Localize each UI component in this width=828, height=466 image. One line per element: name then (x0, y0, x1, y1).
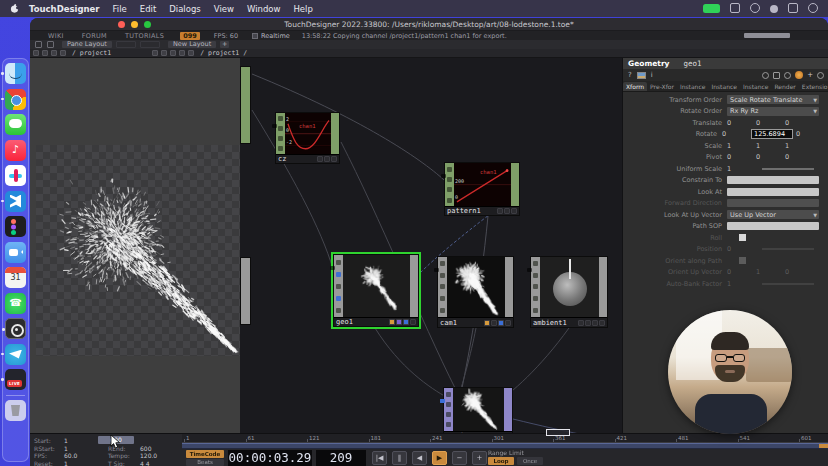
menu-app-name[interactable]: TouchDesigner (29, 4, 100, 14)
node-name[interactable]: cam1 (440, 319, 484, 327)
zoom-dock-icon[interactable] (5, 242, 26, 263)
timeline-field-value[interactable]: 60.0 (64, 452, 77, 459)
param-text-field[interactable] (727, 222, 819, 230)
node-render1[interactable]: render1 (443, 387, 513, 433)
param-toggle[interactable] (739, 234, 746, 241)
gear-icon[interactable] (817, 72, 824, 79)
clock-icon[interactable] (808, 3, 818, 13)
pane-bookmark-icon[interactable] (179, 50, 185, 56)
node-flag-dots[interactable] (317, 156, 337, 162)
param-value-field[interactable]: 125.6894 (751, 129, 793, 139)
parameter-header[interactable]: Geometry geo1 (623, 58, 828, 69)
node-flags[interactable] (276, 113, 285, 154)
node-flags[interactable] (438, 257, 447, 317)
param-value-field[interactable]: 0 (785, 268, 811, 276)
whatsapp-dock-icon[interactable]: ☎ (5, 293, 26, 314)
chrome-dock-icon[interactable] (5, 89, 26, 110)
param-dropdown[interactable]: Use Up Vector▼ (727, 210, 819, 219)
param-value-field[interactable]: 0 (785, 153, 811, 161)
node-output-strip[interactable] (331, 113, 339, 154)
messages-dock-icon[interactable] (5, 114, 26, 135)
param-tab-extensio[interactable]: Extensio (799, 82, 828, 91)
param-tab-render[interactable]: Render (771, 82, 798, 91)
param-value-field[interactable]: 1 (756, 142, 782, 150)
timeline-field-value[interactable]: 1 (64, 437, 68, 444)
param-slider[interactable] (762, 283, 814, 285)
param-tab-pre-xfor[interactable]: Pre-Xfor (647, 82, 677, 91)
play-reverse-button[interactable]: ◀ (412, 451, 427, 465)
link-forum[interactable]: FORUM (82, 32, 107, 40)
apple-menu-icon[interactable] (10, 4, 19, 13)
node-fragment[interactable] (240, 257, 251, 325)
param-value-field[interactable]: 0 (727, 119, 753, 127)
history-icon[interactable] (784, 72, 791, 79)
node-flags[interactable] (334, 255, 343, 317)
once-button[interactable]: Once (517, 457, 543, 465)
node-flags[interactable] (444, 388, 453, 431)
node-cam1[interactable]: cam1 (437, 256, 514, 328)
param-dropdown[interactable]: Scale Rotate Translate▼ (727, 95, 819, 104)
node-flags[interactable] (531, 257, 540, 317)
timeline-field-value[interactable]: 1 (64, 445, 68, 452)
menu-item-help[interactable]: Help (293, 4, 312, 14)
node-render1-viewer[interactable] (453, 388, 504, 431)
telegram-dock-icon[interactable] (5, 344, 26, 365)
param-value-field[interactable]: 1 (756, 268, 782, 276)
param-tab-instance[interactable]: Instance (708, 82, 740, 91)
grid-layout-icon[interactable] (35, 41, 42, 48)
realtime-toggle[interactable]: Realtime (252, 32, 290, 40)
jump-to-start-button[interactable]: |◀ (372, 451, 387, 465)
param-tab-instance[interactable]: Instance (740, 82, 772, 91)
node-geo1[interactable]: geo1 (333, 254, 419, 327)
node-flag-dots[interactable] (484, 320, 511, 326)
node-geo1-viewer[interactable] (343, 255, 410, 317)
param-value-field[interactable]: 1 (727, 165, 753, 173)
menu-item-window[interactable]: Window (247, 4, 281, 14)
node-output-strip[interactable] (505, 257, 513, 317)
param-text-field[interactable] (727, 176, 819, 184)
node-cam1-viewer[interactable] (447, 257, 505, 317)
param-tab-instance[interactable]: Instance (677, 82, 709, 91)
pane-home-icon[interactable] (60, 50, 66, 56)
loop-button[interactable]: Loop (488, 457, 514, 465)
keyboard-icon[interactable] (730, 3, 740, 13)
param-value-field[interactable]: 0 (785, 119, 811, 127)
link-wiki[interactable]: WIKI (48, 32, 64, 40)
param-value-field[interactable]: 0 (722, 130, 748, 138)
param-value-field[interactable]: 0 (796, 130, 822, 138)
add-icon[interactable]: + (807, 71, 813, 79)
slack-dock-icon[interactable] (5, 165, 26, 186)
save-layout-icon[interactable] (47, 41, 54, 48)
pane-menu-icon[interactable] (33, 50, 39, 56)
vscode-dock-icon[interactable] (5, 191, 26, 212)
record-icon[interactable] (770, 5, 778, 13)
window-title-bar[interactable]: TouchDesigner 2022.33800: /Users/rikloma… (30, 18, 828, 31)
node-cz[interactable]: 2 0 -2 chan1 cz (275, 112, 340, 164)
node-cz-viewer[interactable]: 2 0 -2 chan1 (285, 113, 331, 154)
param-value-field[interactable]: 1 (727, 142, 753, 150)
timecode-mode-button[interactable]: TimeCode (186, 450, 224, 458)
node-flag-dots[interactable] (578, 320, 605, 326)
link-tutorials[interactable]: TUTORIALS (125, 32, 164, 40)
range-end-marker[interactable] (819, 444, 828, 448)
param-value-field[interactable]: 0 (727, 245, 753, 253)
trash-dock-icon[interactable] (5, 400, 26, 421)
param-slider[interactable] (762, 248, 814, 250)
display-icon[interactable] (750, 3, 760, 13)
color-palette-icon[interactable] (795, 71, 803, 79)
finder-dock-icon[interactable] (5, 63, 26, 84)
network-editor-pane[interactable]: 2 0 -2 chan1 cz (240, 58, 622, 433)
param-value-field[interactable]: 1 (785, 142, 811, 150)
beats-mode-button[interactable]: Beats (186, 459, 224, 466)
node-output-strip[interactable] (504, 388, 512, 431)
param-text-field[interactable] (727, 199, 819, 207)
info-icon[interactable]: i (651, 71, 653, 79)
node-flags[interactable] (445, 163, 454, 206)
particle-render-view[interactable] (36, 145, 240, 356)
timeline-field-value[interactable]: 600 (140, 445, 151, 452)
geometry-viewer-pane[interactable] (30, 58, 240, 433)
menu-item-edit[interactable]: Edit (140, 4, 156, 14)
live-dock-icon[interactable] (5, 369, 26, 390)
param-value-field[interactable]: 1 (727, 280, 753, 288)
layout-tab[interactable] (116, 41, 136, 48)
